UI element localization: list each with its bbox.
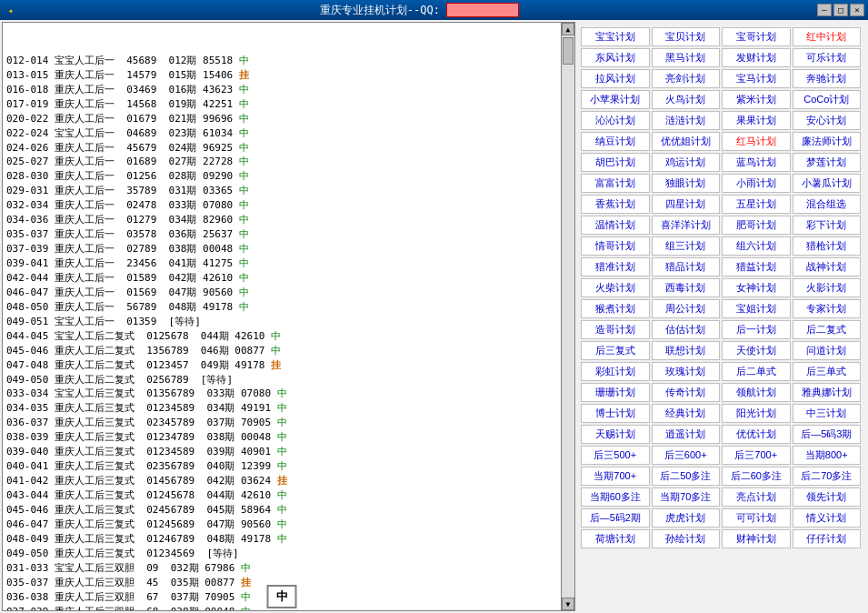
plan-button[interactable]: 后二复式 — [793, 320, 862, 339]
plan-button[interactable]: 亮剑计划 — [652, 69, 721, 88]
plan-button[interactable]: 情义计划 — [793, 508, 862, 528]
plan-button[interactable]: 火鸟计划 — [652, 90, 721, 109]
plan-button[interactable]: 奔驰计划 — [793, 69, 862, 88]
plan-button[interactable]: 香蕉计划 — [581, 195, 650, 214]
plan-button[interactable]: 天赐计划 — [581, 425, 650, 444]
plan-button[interactable]: 独眼计划 — [652, 174, 721, 193]
plan-button[interactable]: 猎枪计划 — [793, 236, 862, 256]
plan-button[interactable]: 后二50多注 — [652, 467, 721, 486]
plan-button[interactable]: 猎益计划 — [722, 257, 791, 276]
plan-button[interactable]: 玫瑰计划 — [652, 362, 721, 381]
plan-button[interactable]: 紫米计划 — [722, 90, 791, 109]
plan-button[interactable]: 红马计划 — [722, 132, 791, 151]
plan-button[interactable]: 逍遥计划 — [652, 425, 721, 444]
plan-button[interactable]: 西毒计划 — [652, 278, 721, 297]
plan-button[interactable]: 后三单式 — [793, 362, 862, 381]
plan-button[interactable]: 后—5码2期 — [581, 508, 650, 528]
plan-button[interactable]: 组三计划 — [652, 236, 721, 256]
plan-button[interactable]: 估估计划 — [652, 320, 721, 339]
plan-button[interactable]: 火影计划 — [793, 278, 862, 297]
plan-button[interactable]: 仔仔计划 — [793, 529, 862, 548]
plan-button[interactable]: 当期700+ — [581, 467, 650, 486]
scroll-track[interactable] — [562, 35, 574, 598]
plan-button[interactable]: 小雨计划 — [722, 174, 791, 193]
plan-button[interactable]: 情哥计划 — [581, 236, 650, 256]
plan-button[interactable]: 宝贝计划 — [652, 27, 721, 46]
plan-button[interactable]: 廉法师计划 — [793, 132, 862, 151]
plan-button[interactable]: 当期800+ — [793, 446, 862, 465]
plan-button[interactable]: 珊珊计划 — [581, 383, 650, 402]
plan-button[interactable]: 鸡运计划 — [652, 153, 721, 172]
plan-button[interactable]: 女神计划 — [722, 278, 791, 297]
plan-button[interactable]: 温情计划 — [581, 216, 650, 235]
plan-button[interactable]: 后三复式 — [581, 341, 650, 360]
left-panel-inner[interactable]: 012-014 宝宝人工后一 45689 012期 85518 中013-015… — [3, 23, 561, 610]
plan-button[interactable]: 猎准计划 — [581, 257, 650, 276]
plan-button[interactable]: 后三700+ — [722, 446, 791, 465]
plan-button[interactable]: 虎虎计划 — [652, 508, 721, 528]
plan-button[interactable]: 小苹果计划 — [581, 90, 650, 109]
plan-button[interactable]: 亮点计划 — [722, 487, 791, 507]
plan-button[interactable]: 专家计划 — [793, 299, 862, 318]
plan-button[interactable]: 可乐计划 — [793, 48, 862, 67]
plan-button[interactable]: 传奇计划 — [652, 383, 721, 402]
plan-button[interactable]: 可可计划 — [722, 508, 791, 528]
plan-button[interactable]: 五星计划 — [722, 195, 791, 214]
plan-button[interactable]: 宝哥计划 — [722, 27, 791, 46]
plan-button[interactable]: 问道计划 — [793, 341, 862, 360]
plan-button[interactable]: 后二单式 — [722, 362, 791, 381]
plan-button[interactable]: 领先计划 — [793, 487, 862, 507]
plan-button[interactable]: 富富计划 — [581, 174, 650, 193]
maximize-button[interactable]: □ — [833, 4, 848, 16]
plan-button[interactable]: 彩下计划 — [793, 216, 862, 235]
plan-button[interactable]: 博士计划 — [581, 404, 650, 423]
plan-button[interactable]: 果果计划 — [722, 111, 791, 130]
close-button[interactable]: × — [850, 4, 864, 16]
plan-button[interactable]: 小薯瓜计划 — [793, 174, 862, 193]
scrollbar[interactable]: ▲ ▼ — [561, 22, 575, 611]
plan-button[interactable]: 后二60多注 — [722, 467, 791, 486]
scroll-up-button[interactable]: ▲ — [562, 23, 574, 35]
scroll-thumb[interactable] — [563, 37, 574, 65]
plan-button[interactable]: 沁沁计划 — [581, 111, 650, 130]
minimize-button[interactable]: — — [817, 4, 832, 16]
plan-button[interactable]: 胡巴计划 — [581, 153, 650, 172]
plan-button[interactable]: 宝姐计划 — [722, 299, 791, 318]
plan-button[interactable]: 经典计划 — [652, 404, 721, 423]
plan-button[interactable]: 联想计划 — [652, 341, 721, 360]
plan-button[interactable]: 发财计划 — [722, 48, 791, 67]
plan-button[interactable]: 后二70多注 — [793, 467, 862, 486]
plan-button[interactable]: 后三500+ — [581, 446, 650, 465]
plan-button[interactable]: 蓝鸟计划 — [722, 153, 791, 172]
plan-button[interactable]: 中三计划 — [793, 404, 862, 423]
plan-button[interactable]: 荷塘计划 — [581, 529, 650, 548]
scroll-down-button[interactable]: ▼ — [562, 598, 574, 610]
plan-button[interactable]: 后—5码3期 — [793, 425, 862, 444]
plan-button[interactable]: 当期60多注 — [581, 487, 650, 507]
plan-button[interactable]: 四星计划 — [652, 195, 721, 214]
plan-button[interactable]: 后三600+ — [652, 446, 721, 465]
plan-button[interactable]: 喜洋洋计划 — [652, 216, 721, 235]
plan-button[interactable]: 梦莲计划 — [793, 153, 862, 172]
plan-button[interactable]: 红中计划 — [793, 27, 862, 46]
plan-button[interactable]: 彩虹计划 — [581, 362, 650, 381]
plan-button[interactable]: 阳光计划 — [722, 404, 791, 423]
plan-button[interactable]: 优优姐计划 — [652, 132, 721, 151]
plan-button[interactable]: CoCo计划 — [793, 90, 862, 109]
plan-button[interactable]: 猎品计划 — [652, 257, 721, 276]
plan-button[interactable]: 财神计划 — [722, 529, 791, 548]
plan-button[interactable]: 后一计划 — [722, 320, 791, 339]
plan-button[interactable]: 优优计划 — [722, 425, 791, 444]
plan-button[interactable]: 黑马计划 — [652, 48, 721, 67]
plan-button[interactable]: 雅典娜计划 — [793, 383, 862, 402]
plan-button[interactable]: 猴煮计划 — [581, 299, 650, 318]
plan-button[interactable]: 混合组选 — [793, 195, 862, 214]
plan-button[interactable]: 孙绘计划 — [652, 529, 721, 548]
plan-button[interactable]: 宝宝计划 — [581, 27, 650, 46]
plan-button[interactable]: 战神计划 — [793, 257, 862, 276]
plan-button[interactable]: 拉风计划 — [581, 69, 650, 88]
plan-button[interactable]: 宝马计划 — [722, 69, 791, 88]
plan-button[interactable]: 领航计划 — [722, 383, 791, 402]
plan-button[interactable]: 火柴计划 — [581, 278, 650, 297]
plan-button[interactable]: 组六计划 — [722, 236, 791, 256]
